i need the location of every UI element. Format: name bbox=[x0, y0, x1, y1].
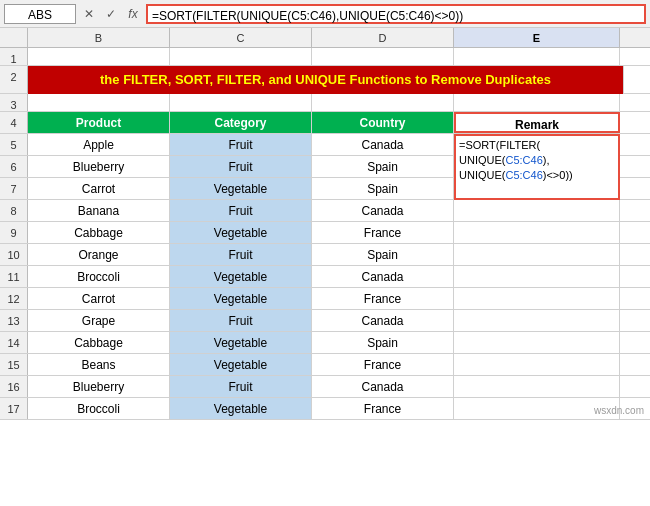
table-row: 9 Cabbage Vegetable France bbox=[0, 222, 650, 244]
row-4-headers: 4 Product Category Country Remark bbox=[0, 112, 650, 134]
cell-category-9[interactable]: Vegetable bbox=[170, 222, 312, 243]
cell-product-10[interactable]: Orange bbox=[28, 244, 170, 265]
name-box[interactable]: ABS bbox=[4, 4, 76, 24]
cell-country-11[interactable]: Canada bbox=[312, 266, 454, 287]
header-category[interactable]: Category bbox=[170, 112, 312, 133]
cell-category-15[interactable]: Vegetable bbox=[170, 354, 312, 375]
cell-remark-16[interactable] bbox=[454, 376, 620, 397]
cell-category-17[interactable]: Vegetable bbox=[170, 398, 312, 419]
col-header-c[interactable]: C bbox=[170, 28, 312, 47]
table-row: 13 Grape Fruit Canada bbox=[0, 310, 650, 332]
cell-e3[interactable] bbox=[454, 94, 620, 111]
cell-remark-12[interactable] bbox=[454, 288, 620, 309]
cell-country-10[interactable]: Spain bbox=[312, 244, 454, 265]
table-row: 5 Apple Fruit Canada =SORT(FILTER( UNIQU… bbox=[0, 134, 650, 156]
banner-cell: the FILTER, SORT, FILTER, and UNIQUE Fun… bbox=[28, 66, 624, 94]
cell-product-13[interactable]: Grape bbox=[28, 310, 170, 331]
cell-d3[interactable] bbox=[312, 94, 454, 111]
cell-b3[interactable] bbox=[28, 94, 170, 111]
rownum-17: 17 bbox=[0, 398, 28, 419]
cell-product-16[interactable]: Blueberry bbox=[28, 376, 170, 397]
table-row: 14 Cabbage Vegetable Spain bbox=[0, 332, 650, 354]
cell-country-14[interactable]: Spain bbox=[312, 332, 454, 353]
table-row: 15 Beans Vegetable France bbox=[0, 354, 650, 376]
cancel-icon[interactable]: ✕ bbox=[80, 5, 98, 23]
cell-e1[interactable] bbox=[454, 48, 620, 65]
cell-category-6[interactable]: Fruit bbox=[170, 156, 312, 177]
rownum-8: 8 bbox=[0, 200, 28, 221]
rownum-5: 5 bbox=[0, 134, 28, 155]
cell-category-8[interactable]: Fruit bbox=[170, 200, 312, 221]
formula-input[interactable]: =SORT(FILTER(UNIQUE(C5:C46),UNIQUE(C5:C4… bbox=[146, 4, 646, 24]
formula-line2: UNIQUE(C5:C46), bbox=[459, 153, 615, 168]
cell-country-8[interactable]: Canada bbox=[312, 200, 454, 221]
rownum-2: 2 bbox=[0, 66, 28, 93]
cell-product-12[interactable]: Carrot bbox=[28, 288, 170, 309]
cell-product-17[interactable]: Broccoli bbox=[28, 398, 170, 419]
insert-function-icon[interactable]: fx bbox=[124, 5, 142, 23]
cell-remark-14[interactable] bbox=[454, 332, 620, 353]
cell-remark-9[interactable] bbox=[454, 222, 620, 243]
cell-category-5[interactable]: Fruit bbox=[170, 134, 312, 155]
table-row: 17 Broccoli Vegetable France bbox=[0, 398, 650, 420]
cell-category-10[interactable]: Fruit bbox=[170, 244, 312, 265]
formula-line1: =SORT(FILTER( bbox=[459, 138, 615, 153]
column-headers: B C D E bbox=[0, 28, 650, 48]
cell-category-16[interactable]: Fruit bbox=[170, 376, 312, 397]
cell-country-15[interactable]: France bbox=[312, 354, 454, 375]
cell-remark-11[interactable] bbox=[454, 266, 620, 287]
row-1: 1 bbox=[0, 48, 650, 66]
cell-b1[interactable] bbox=[28, 48, 170, 65]
cell-country-16[interactable]: Canada bbox=[312, 376, 454, 397]
cell-category-11[interactable]: Vegetable bbox=[170, 266, 312, 287]
rownum-11: 11 bbox=[0, 266, 28, 287]
col-header-b[interactable]: B bbox=[28, 28, 170, 47]
cell-product-8[interactable]: Banana bbox=[28, 200, 170, 221]
rownum-13: 13 bbox=[0, 310, 28, 331]
cell-country-9[interactable]: France bbox=[312, 222, 454, 243]
cell-remark-15[interactable] bbox=[454, 354, 620, 375]
cell-product-5[interactable]: Apple bbox=[28, 134, 170, 155]
cell-country-13[interactable]: Canada bbox=[312, 310, 454, 331]
cell-country-17[interactable]: France bbox=[312, 398, 454, 419]
cell-category-7[interactable]: Vegetable bbox=[170, 178, 312, 199]
table-row: 11 Broccoli Vegetable Canada bbox=[0, 266, 650, 288]
cell-product-15[interactable]: Beans bbox=[28, 354, 170, 375]
col-header-e[interactable]: E bbox=[454, 28, 620, 47]
cell-d1[interactable] bbox=[312, 48, 454, 65]
cell-remark-8[interactable] bbox=[454, 200, 620, 221]
cell-product-11[interactable]: Broccoli bbox=[28, 266, 170, 287]
rownum-7: 7 bbox=[0, 178, 28, 199]
cell-c1[interactable] bbox=[170, 48, 312, 65]
corner-cell bbox=[0, 28, 28, 47]
cell-remark-13[interactable] bbox=[454, 310, 620, 331]
rownum-6: 6 bbox=[0, 156, 28, 177]
row-3: 3 bbox=[0, 94, 650, 112]
cell-country-7[interactable]: Spain bbox=[312, 178, 454, 199]
header-country[interactable]: Country bbox=[312, 112, 454, 133]
table-row: 12 Carrot Vegetable France bbox=[0, 288, 650, 310]
cell-product-14[interactable]: Cabbage bbox=[28, 332, 170, 353]
rownum-12: 12 bbox=[0, 288, 28, 309]
header-product[interactable]: Product bbox=[28, 112, 170, 133]
cell-category-12[interactable]: Vegetable bbox=[170, 288, 312, 309]
header-remark[interactable]: Remark bbox=[454, 112, 620, 133]
spreadsheet-grid: 1 2 the FILTER, SORT, FILTER, and UNIQUE… bbox=[0, 48, 650, 420]
cell-c3[interactable] bbox=[170, 94, 312, 111]
cell-remark-10[interactable] bbox=[454, 244, 620, 265]
cell-country-5[interactable]: Canada bbox=[312, 134, 454, 155]
row-2-banner: 2 the FILTER, SORT, FILTER, and UNIQUE F… bbox=[0, 66, 650, 94]
cell-remark-5[interactable]: =SORT(FILTER( UNIQUE(C5:C46), UNIQUE(C5:… bbox=[454, 134, 620, 200]
confirm-icon[interactable]: ✓ bbox=[102, 5, 120, 23]
cell-category-13[interactable]: Fruit bbox=[170, 310, 312, 331]
rownum-10: 10 bbox=[0, 244, 28, 265]
rownum-14: 14 bbox=[0, 332, 28, 353]
cell-product-9[interactable]: Cabbage bbox=[28, 222, 170, 243]
cell-country-12[interactable]: France bbox=[312, 288, 454, 309]
table-row: 10 Orange Fruit Spain bbox=[0, 244, 650, 266]
cell-category-14[interactable]: Vegetable bbox=[170, 332, 312, 353]
cell-product-7[interactable]: Carrot bbox=[28, 178, 170, 199]
col-header-d[interactable]: D bbox=[312, 28, 454, 47]
cell-product-6[interactable]: Blueberry bbox=[28, 156, 170, 177]
cell-country-6[interactable]: Spain bbox=[312, 156, 454, 177]
